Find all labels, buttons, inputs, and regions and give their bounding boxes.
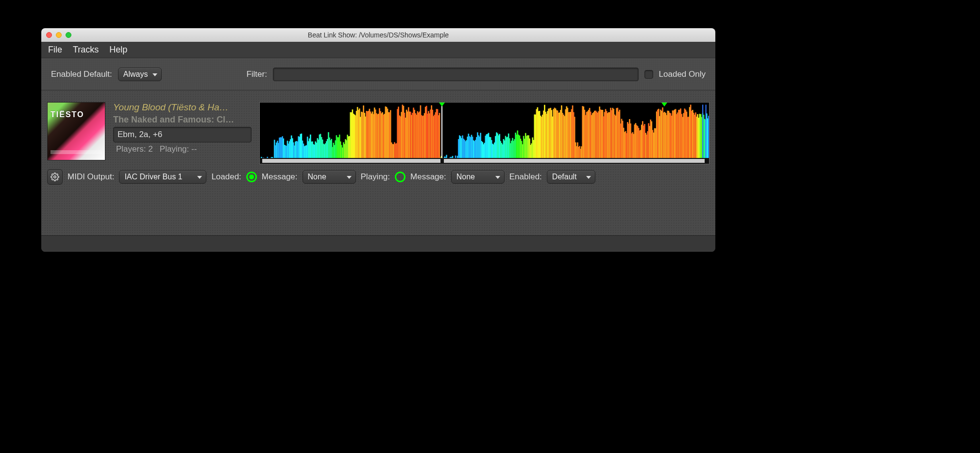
track-artist: The Naked and Famous: Cl… [113,115,252,125]
loaded-only-label: Loaded Only [659,70,706,79]
playing-message-select[interactable]: None [451,170,505,184]
filter-label: Filter: [246,70,267,79]
playhead-1-marker-icon [439,103,445,106]
track-title: Young Blood (Tiësto & Ha… [113,102,252,113]
playing-message-label: Message: [410,172,446,182]
track-meta: Young Blood (Tiësto & Ha… The Naked and … [113,102,252,154]
track-gear-button[interactable] [47,169,63,185]
beat-grid-bar [260,158,709,164]
menu-file[interactable]: File [48,45,62,55]
menu-help[interactable]: Help [109,45,127,55]
show-toolbar: Enabled Default: Always Filter: Loaded O… [41,58,715,90]
app-window: Beat Link Show: /Volumes/DS/Shows/Exampl… [41,28,715,252]
enabled-select[interactable]: Default [547,170,595,184]
track-row: Young Blood (Tiësto & Ha… The Naked and … [41,102,715,192]
track-controls: MIDI Output: IAC Driver Bus 1 Loaded: Me… [47,164,710,185]
midi-output-label: MIDI Output: [68,172,114,182]
enabled-label: Enabled: [509,172,542,182]
loaded-message-label: Message: [262,172,298,182]
playhead-1-line [441,103,442,158]
track-comment-input[interactable]: Ebm, 2a, +6 [113,127,252,142]
svg-rect-450 [702,105,703,161]
playing-message-value: None [456,173,475,181]
gear-icon [51,173,59,181]
loaded-message-value: None [308,173,326,181]
playing-control-label: Playing: [361,172,390,182]
window-titlebar: Beat Link Show: /Volumes/DS/Shows/Exampl… [41,28,715,42]
status-bar [41,235,715,252]
loaded-label: Loaded: [211,172,241,182]
album-art [47,102,105,160]
midi-output-value: IAC Driver Bus 1 [124,173,182,181]
playhead-2-marker-icon [661,103,667,106]
minimize-icon[interactable] [56,32,62,38]
traffic-lights [46,32,71,38]
enabled-value: Default [552,173,577,181]
loaded-only-checkbox[interactable] [644,70,653,79]
window-title: Beat Link Show: /Volumes/DS/Shows/Exampl… [41,31,715,39]
playing-value: -- [191,144,197,154]
loaded-message-select[interactable]: None [303,170,356,184]
playing-label: Playing: [160,144,189,154]
menu-tracks[interactable]: Tracks [73,45,99,55]
players-label: Players: [116,144,146,154]
players-value: 2 [148,144,152,154]
midi-output-select[interactable]: IAC Driver Bus 1 [119,170,206,184]
menu-bar: File Tracks Help [41,42,715,58]
track-list: Young Blood (Tiësto & Ha… The Naked and … [41,90,715,235]
playing-status-icon [395,172,406,182]
svg-rect-179 [439,113,440,164]
svg-rect-448 [708,116,709,164]
filter-input[interactable] [273,68,639,81]
enabled-default-value: Always [123,70,148,79]
svg-rect-451 [706,105,707,161]
maximize-icon[interactable] [66,32,71,38]
enabled-default-select[interactable]: Always [118,68,162,81]
svg-point-452 [54,176,56,178]
close-icon[interactable] [46,32,52,38]
waveform-preview[interactable] [259,102,710,164]
loaded-status-icon [246,172,257,182]
enabled-default-label: Enabled Default: [51,70,112,79]
track-status-line: Players: 2 Playing: -- [113,144,252,154]
